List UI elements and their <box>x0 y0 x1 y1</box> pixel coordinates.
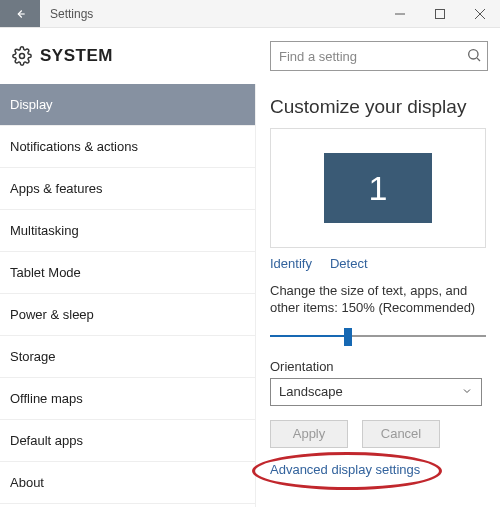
apply-button[interactable]: Apply <box>270 420 348 448</box>
maximize-button[interactable] <box>420 0 460 27</box>
search-icon <box>466 47 482 63</box>
cancel-button[interactable]: Cancel <box>362 420 440 448</box>
sidebar-item-display[interactable]: Display <box>0 84 255 126</box>
cancel-label: Cancel <box>381 426 421 441</box>
sidebar-item-label: Storage <box>10 349 56 364</box>
sidebar-item-multitasking[interactable]: Multitasking <box>0 210 255 252</box>
orientation-value: Landscape <box>279 384 343 399</box>
sidebar-item-label: Apps & features <box>10 181 103 196</box>
detect-link[interactable]: Detect <box>330 256 368 271</box>
body: Display Notifications & actions Apps & f… <box>0 84 500 507</box>
sidebar-item-label: Multitasking <box>10 223 79 238</box>
sidebar-item-defaultapps[interactable]: Default apps <box>0 420 255 462</box>
sidebar-item-label: Default apps <box>10 433 83 448</box>
advanced-wrap: Advanced display settings <box>270 462 420 477</box>
system-heading: SYSTEM <box>40 46 113 66</box>
button-row: Apply Cancel <box>270 420 486 448</box>
svg-point-6 <box>469 50 478 59</box>
slider-thumb[interactable] <box>344 328 352 346</box>
window-title: Settings <box>40 0 380 27</box>
arrow-left-icon <box>13 7 27 21</box>
orientation-label: Orientation <box>270 359 486 374</box>
sidebar-item-power[interactable]: Power & sleep <box>0 294 255 336</box>
apply-label: Apply <box>293 426 326 441</box>
svg-point-5 <box>20 54 25 59</box>
scale-slider[interactable] <box>270 323 486 349</box>
slider-fill <box>270 335 348 337</box>
sidebar-item-about[interactable]: About <box>0 462 255 504</box>
sidebar: Display Notifications & actions Apps & f… <box>0 84 256 507</box>
gear-icon <box>12 46 32 66</box>
close-button[interactable] <box>460 0 500 27</box>
content: Customize your display 1 Identify Detect… <box>256 84 500 507</box>
scale-text: Change the size of text, apps, and other… <box>270 283 486 317</box>
search-input[interactable] <box>270 41 488 71</box>
close-icon <box>475 9 485 19</box>
monitor-actions: Identify Detect <box>270 256 486 271</box>
titlebar: Settings <box>0 0 500 28</box>
monitor-1[interactable]: 1 <box>324 153 432 223</box>
search-wrap <box>270 41 488 71</box>
sidebar-item-label: Offline maps <box>10 391 83 406</box>
chevron-down-icon <box>461 385 473 397</box>
sidebar-item-label: Notifications & actions <box>10 139 138 154</box>
sidebar-item-label: Tablet Mode <box>10 265 81 280</box>
back-button[interactable] <box>0 0 40 27</box>
svg-rect-2 <box>436 9 445 18</box>
minimize-icon <box>395 9 405 19</box>
minimize-button[interactable] <box>380 0 420 27</box>
sidebar-item-label: Display <box>10 97 53 112</box>
sidebar-item-label: Power & sleep <box>10 307 94 322</box>
sidebar-item-storage[interactable]: Storage <box>0 336 255 378</box>
page-title: Customize your display <box>270 96 486 118</box>
svg-line-7 <box>477 58 480 61</box>
sidebar-item-offlinemaps[interactable]: Offline maps <box>0 378 255 420</box>
sidebar-item-tablet[interactable]: Tablet Mode <box>0 252 255 294</box>
orientation-select[interactable]: Landscape <box>270 378 482 406</box>
advanced-display-link[interactable]: Advanced display settings <box>270 462 420 477</box>
header-left: SYSTEM <box>12 46 113 66</box>
sidebar-item-label: About <box>10 475 44 490</box>
monitor-preview-pane[interactable]: 1 <box>270 128 486 248</box>
sidebar-item-apps[interactable]: Apps & features <box>0 168 255 210</box>
sidebar-item-notifications[interactable]: Notifications & actions <box>0 126 255 168</box>
maximize-icon <box>435 9 445 19</box>
identify-link[interactable]: Identify <box>270 256 312 271</box>
window-controls <box>380 0 500 27</box>
header: SYSTEM <box>0 28 500 84</box>
